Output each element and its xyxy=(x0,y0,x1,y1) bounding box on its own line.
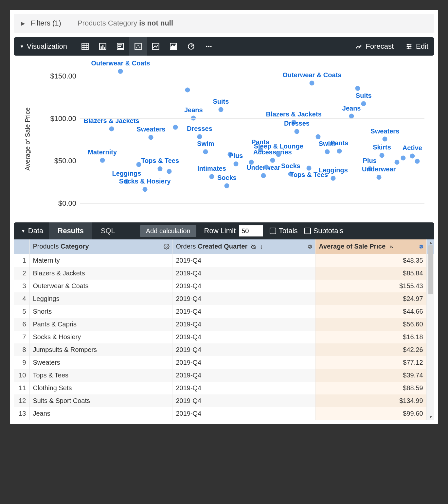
svg-rect-8 xyxy=(104,47,105,49)
scatter-point[interactable] xyxy=(361,101,366,106)
scatter-point[interactable] xyxy=(185,88,190,93)
scatter-point[interactable] xyxy=(173,125,178,130)
cell-quarter: 2019-Q4 xyxy=(172,407,315,420)
header-avg-price[interactable]: Average of Sale Price xyxy=(315,239,426,254)
scatter-label: Dresses xyxy=(187,125,212,132)
cell-value: $85.84 xyxy=(315,267,426,280)
table-row[interactable]: 2Blazers & Jackets2019-Q4$85.84 xyxy=(14,267,434,280)
cell-spacer xyxy=(426,305,434,318)
chevron-down-icon: ▼ xyxy=(21,228,26,234)
scatter-point[interactable] xyxy=(316,134,321,139)
row-limit-input[interactable] xyxy=(239,225,263,236)
cell-value: $24.97 xyxy=(315,292,426,305)
scatter-point[interactable] xyxy=(331,176,336,181)
filters-bar[interactable]: ▶ Filters (1) Products Category is not n… xyxy=(14,14,434,33)
scatter-point[interactable] xyxy=(197,134,202,139)
viz-toggle[interactable]: ▼ Visualization xyxy=(14,37,73,56)
scatter-point[interactable] xyxy=(209,174,214,179)
gear-icon[interactable] xyxy=(307,244,313,250)
header-quarter[interactable]: Orders Created Quarter ↓ xyxy=(172,239,315,254)
tab-results[interactable]: Results xyxy=(49,222,92,239)
viz-bar-icon[interactable] xyxy=(112,37,129,56)
scatter-point[interactable] xyxy=(383,137,387,142)
table-row[interactable]: 1Maternity2019-Q4$48.35 xyxy=(14,254,434,267)
viz-line-icon[interactable] xyxy=(147,37,165,56)
table-row[interactable]: 9Sweaters2019-Q4$77.12 xyxy=(14,356,434,369)
cell-value: $48.35 xyxy=(315,254,426,267)
cell-value: $56.60 xyxy=(315,318,426,331)
viz-scatter-icon[interactable] xyxy=(129,37,147,56)
table-row[interactable]: 6Pants & Capris2019-Q4$56.60 xyxy=(14,318,434,331)
table-row[interactable]: 12Suits & Sport Coats2019-Q4$134.99 xyxy=(14,394,434,407)
scatter-point[interactable] xyxy=(355,86,360,91)
scatter-label: Maternity xyxy=(88,148,117,156)
scatter-point[interactable] xyxy=(158,166,163,171)
table-row[interactable]: 11Clothing Sets2019-Q4$88.59 xyxy=(14,382,434,394)
svg-point-21 xyxy=(206,46,207,47)
sort-down-icon[interactable]: ↓ xyxy=(260,243,263,250)
scatter-point[interactable] xyxy=(376,175,381,180)
y-axis-label: Average of Sale Price xyxy=(24,107,31,170)
scatter-point[interactable] xyxy=(149,135,153,140)
scatter-point[interactable] xyxy=(142,187,147,192)
table-row[interactable]: 5Shorts2019-Q4$44.66 xyxy=(14,305,434,318)
svg-point-16 xyxy=(139,46,140,47)
scrollbar-thumb[interactable] xyxy=(428,245,433,294)
cell-rownum: 11 xyxy=(14,382,29,394)
scatter-label: Socks xyxy=(217,174,237,182)
table-row[interactable]: 3Outerwear & Coats2019-Q4$155.43 xyxy=(14,280,434,292)
cell-spacer xyxy=(426,331,434,343)
scatter-point[interactable] xyxy=(310,81,314,86)
chart-plot-area[interactable]: MaternityBlazers & JacketsOuterwear & Co… xyxy=(84,67,424,203)
add-calculation-button[interactable]: Add calculation xyxy=(140,225,196,237)
viz-table-icon[interactable] xyxy=(76,37,94,56)
cell-spacer xyxy=(426,382,434,394)
scatter-point[interactable] xyxy=(337,148,342,153)
table-body: 1Maternity2019-Q4$48.352Blazers & Jacket… xyxy=(14,254,434,420)
totals-checkbox[interactable]: Totals xyxy=(270,222,297,239)
scatter-point[interactable] xyxy=(109,127,114,131)
scatter-point[interactable] xyxy=(203,149,208,154)
table-row[interactable]: 7Socks & Hosiery2019-Q4$16.18 xyxy=(14,331,434,343)
scatter-point[interactable] xyxy=(264,165,269,170)
y-tick: $0.00 xyxy=(33,199,424,208)
scatter-point[interactable] xyxy=(295,129,299,134)
cell-value: $88.59 xyxy=(315,382,426,394)
viz-column-icon[interactable] xyxy=(94,37,112,56)
svg-point-28 xyxy=(410,46,411,47)
pivot-icon[interactable] xyxy=(389,244,394,250)
scroll-down-icon[interactable]: ▼ xyxy=(428,414,433,419)
forecast-button[interactable]: Forecast xyxy=(349,37,400,56)
totals-label: Totals xyxy=(279,227,297,235)
cell-rownum: 2 xyxy=(14,267,29,280)
edit-button[interactable]: Edit xyxy=(400,37,434,56)
data-toggle[interactable]: ▼ Data xyxy=(14,222,49,239)
table-row[interactable]: 13Jeans2019-Q4$99.60 xyxy=(14,407,434,420)
viz-more-icon[interactable] xyxy=(200,37,218,56)
explore-panel: ▶ Filters (1) Products Category is not n… xyxy=(10,10,438,424)
y-tick-label: $100.00 xyxy=(33,114,80,123)
table-row[interactable]: 8Jumpsuits & Rompers2019-Q4$42.26 xyxy=(14,343,434,356)
scatter-point[interactable] xyxy=(325,149,330,154)
subtotals-label: Subtotals xyxy=(314,227,344,235)
header-category[interactable]: Products Category xyxy=(29,239,172,254)
tab-sql[interactable]: SQL xyxy=(92,222,124,239)
gear-icon[interactable] xyxy=(418,244,424,250)
scroll-up-icon[interactable]: ▲ xyxy=(428,240,433,245)
scatter-point[interactable] xyxy=(218,107,223,112)
eye-off-icon[interactable] xyxy=(251,244,257,250)
scatter-point[interactable] xyxy=(261,173,266,178)
table-row[interactable]: 4Leggings2019-Q4$24.97 xyxy=(14,292,434,305)
scatter-label: Suits xyxy=(356,92,372,99)
scatter-point[interactable] xyxy=(307,165,312,170)
forecast-label: Forecast xyxy=(366,42,394,51)
viz-pie-icon[interactable] xyxy=(182,37,200,56)
viz-title: Visualization xyxy=(27,42,67,51)
subtotals-checkbox[interactable]: Subtotals xyxy=(304,222,344,239)
gear-icon[interactable] xyxy=(164,244,170,250)
table-row[interactable]: 10Tops & Tees2019-Q4$39.74 xyxy=(14,369,434,382)
viz-area-icon[interactable] xyxy=(165,37,182,56)
scatter-point[interactable] xyxy=(276,152,281,157)
scatter-point[interactable] xyxy=(224,183,229,188)
scatter-point[interactable] xyxy=(167,169,172,174)
